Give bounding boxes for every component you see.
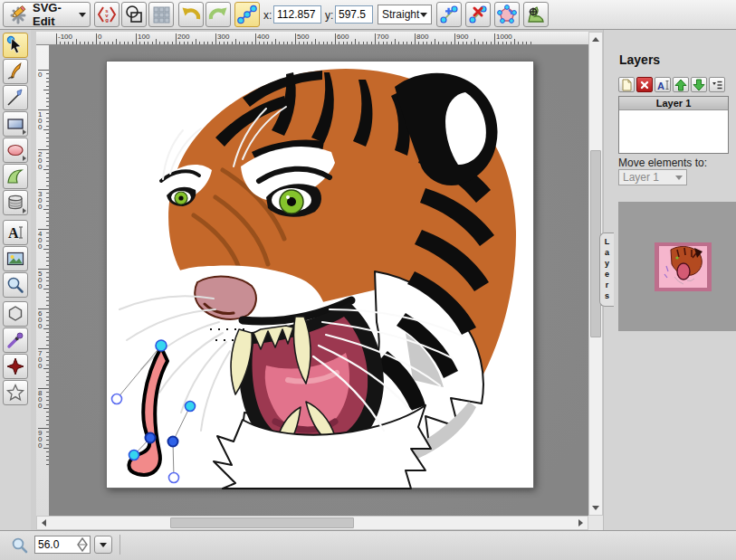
main-menu-button[interactable]: SVG-Edit <box>3 2 91 27</box>
svg-text:g: g <box>105 17 109 23</box>
layers-side-tab-label: Layers <box>603 237 612 302</box>
rename-layer-button[interactable]: A <box>655 77 671 92</box>
tool-eyedropper[interactable] <box>3 327 28 353</box>
svg-edit-app: { "app": { "menu_label": "SVG-Edit" }, "… <box>0 0 736 560</box>
horizontal-scrollbar[interactable] <box>36 516 588 530</box>
move-target-caret-icon <box>675 176 683 180</box>
node-y-label: y: <box>325 9 333 22</box>
ruler-x: -10001002003004005006007008009001000 <box>36 32 588 45</box>
add-subpath-button[interactable] <box>523 2 549 27</box>
horizontal-scrollbar-thumb[interactable] <box>170 517 354 528</box>
source-code-button[interactable]: svg <box>94 2 119 27</box>
move-target-select[interactable]: Layer 1 <box>618 169 687 185</box>
scroll-left-button[interactable] <box>37 517 51 529</box>
svg-text:A: A <box>8 225 19 241</box>
left-toolbar: A <box>0 30 31 530</box>
svg-text:A: A <box>657 80 664 90</box>
tool-path[interactable] <box>3 164 28 189</box>
canvas-scroll-area[interactable] <box>50 45 588 516</box>
scroll-up-button[interactable] <box>589 33 602 46</box>
tool-ellipse[interactable] <box>3 138 28 163</box>
add-node-button[interactable] <box>436 2 462 27</box>
layer-thumbnail <box>655 242 712 291</box>
node-x-input[interactable] <box>273 5 321 24</box>
lower-layer-button[interactable] <box>691 77 707 92</box>
link-control-points-toggle[interactable] <box>234 2 260 27</box>
app-title: SVG-Edit <box>33 1 75 28</box>
zoom-dropdown-caret-icon <box>100 543 107 547</box>
scrollbar-corner <box>588 516 603 530</box>
tool-line[interactable] <box>3 85 28 110</box>
arrow-right-icon <box>578 519 583 527</box>
tool-shape-library[interactable] <box>3 190 28 215</box>
tool-star[interactable] <box>3 380 28 405</box>
zoom-spinner[interactable] <box>76 537 89 552</box>
layer-list: Layer 1 <box>618 96 729 154</box>
arrow-up-icon <box>592 37 599 42</box>
open-close-subpath-button[interactable] <box>494 2 520 27</box>
segment-type-select[interactable]: Straight <box>378 5 432 24</box>
tiger-artwork <box>107 62 535 489</box>
zoom-preset-dropdown[interactable] <box>94 536 112 554</box>
menu-caret-icon <box>79 13 86 17</box>
tool-rect[interactable] <box>3 111 28 137</box>
undo-button[interactable] <box>178 2 204 27</box>
grid-button[interactable] <box>148 2 174 27</box>
logo-icon <box>7 4 29 25</box>
node-x-label: x: <box>263 9 272 22</box>
path-node <box>156 340 167 351</box>
tool-image[interactable] <box>3 246 28 271</box>
zoom-icon <box>11 536 29 557</box>
node-y-input[interactable] <box>335 5 373 24</box>
delete-layer-button[interactable] <box>636 77 653 92</box>
layers-title: Layers <box>619 52 660 67</box>
edit-path-overlay <box>112 340 196 483</box>
move-elements-label: Move elements to: <box>618 157 707 169</box>
layers-side-tab[interactable]: Layers <box>599 233 614 307</box>
new-layer-button[interactable] <box>618 77 635 92</box>
layers-overview <box>618 202 736 331</box>
svg-canvas[interactable] <box>106 61 534 489</box>
path-node <box>129 451 139 460</box>
layer-buttons-row: A <box>618 77 725 92</box>
status-bar <box>0 530 736 560</box>
tool-pencil[interactable] <box>3 59 28 84</box>
workspace: -10001002003004005006007008009001000 01 … <box>31 30 603 530</box>
control-handle <box>169 473 179 483</box>
path-node-selected <box>146 433 156 443</box>
scroll-right-button[interactable] <box>574 517 588 529</box>
tool-diamond-star[interactable] <box>3 354 28 379</box>
layer-menu-button[interactable] <box>709 77 725 92</box>
tool-select[interactable] <box>3 33 28 58</box>
tool-polygon[interactable] <box>3 301 28 327</box>
path-node <box>186 402 196 412</box>
top-toolbar: SVG-Edit svg x: y: Straight <box>0 0 736 30</box>
wireframe-mode-button[interactable] <box>121 2 147 27</box>
delete-node-button[interactable] <box>465 2 491 27</box>
tool-text[interactable]: A <box>3 220 28 245</box>
segment-type-value: Straight <box>382 8 419 21</box>
arrow-left-icon <box>42 519 46 527</box>
control-handle <box>112 394 122 404</box>
segment-type-caret-icon <box>420 13 427 17</box>
footer-separator <box>119 535 120 555</box>
tool-zoom[interactable] <box>3 272 28 298</box>
ruler-y: 01 0 02 0 03 0 04 0 05 0 06 0 07 0 08 0 … <box>36 45 50 516</box>
redo-button[interactable] <box>206 2 231 27</box>
arrow-down-icon <box>592 506 599 510</box>
scroll-down-button[interactable] <box>589 501 602 515</box>
path-node-selected <box>168 437 178 447</box>
layer-row[interactable]: Layer 1 <box>619 97 728 110</box>
move-target-value: Layer 1 <box>623 171 659 184</box>
raise-layer-button[interactable] <box>673 77 689 92</box>
